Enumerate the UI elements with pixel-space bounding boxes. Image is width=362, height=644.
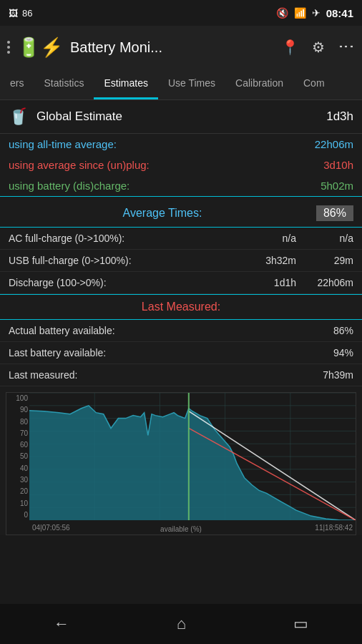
- ac-full-charge-val2: n/a: [310, 233, 353, 244]
- last-battery-label: Last battery available:: [9, 347, 333, 358]
- menu-icon[interactable]: [7, 41, 10, 54]
- last-battery-row: Last battery available: 94%: [0, 342, 362, 364]
- last-battery-value: 94%: [333, 347, 353, 358]
- status-number: 86: [22, 8, 32, 19]
- app-bar-actions: 📍 ⚙ ⋮: [281, 38, 355, 57]
- battery-can-icon: 🥤: [9, 107, 28, 126]
- settings-icon[interactable]: ⚙: [312, 39, 325, 56]
- using-all-time-label: using all-time average:: [9, 138, 315, 150]
- usb-full-charge-val1: 3h32m: [246, 255, 296, 266]
- actual-battery-value: 86%: [333, 325, 353, 336]
- global-estimate-row: 🥤 Global Estimate 1d3h: [0, 100, 362, 134]
- more-icon[interactable]: ⋮: [337, 39, 356, 56]
- usb-full-charge-row: USB full-charge (0->100%): 3h32m 29m: [0, 250, 362, 272]
- average-times-value: 86%: [316, 205, 353, 221]
- tab-statistics[interactable]: Statistics: [34, 69, 94, 99]
- y-label-90: 90: [8, 406, 28, 414]
- y-label-20: 20: [8, 487, 28, 495]
- screenshot-icon: 🖼: [9, 8, 18, 19]
- actual-battery-row: Actual battery available: 86%: [0, 320, 362, 342]
- bottom-nav: ← ⌂ ▭: [0, 604, 362, 644]
- chart-y-axis: 100 90 80 70 60 50 40 30 20 10 0: [6, 393, 29, 520]
- y-label-40: 40: [8, 464, 28, 472]
- wifi-icon: 📶: [294, 7, 306, 19]
- main-content: 🥤 Global Estimate 1d3h using all-time av…: [0, 100, 362, 535]
- using-discharge-label: using battery (dis)charge:: [9, 180, 321, 192]
- global-estimate-label: Global Estimate: [36, 109, 326, 124]
- average-times-title: Average Times:: [9, 207, 316, 220]
- mute-icon: 🔇: [276, 7, 288, 19]
- using-all-time-value: 22h06m: [315, 138, 353, 150]
- back-button[interactable]: ←: [54, 615, 69, 633]
- chart-svg-area: [29, 393, 356, 520]
- y-label-30: 30: [8, 476, 28, 484]
- y-label-70: 70: [8, 429, 28, 437]
- using-average-since-value: 3d10h: [323, 159, 353, 171]
- discharge-val2: 22h06m: [310, 277, 353, 288]
- tab-filters[interactable]: ers: [0, 69, 34, 99]
- last-measured-title: Last Measured:: [142, 301, 220, 313]
- airplane-icon: ✈: [312, 7, 321, 19]
- last-measured-label: Last measured:: [9, 369, 323, 381]
- using-discharge-row: using battery (dis)charge: 5h02m: [0, 175, 362, 196]
- global-estimate-value: 1d3h: [326, 109, 353, 124]
- actual-battery-label: Actual battery available:: [9, 325, 333, 336]
- average-times-header: Average Times: 86%: [0, 200, 362, 227]
- chart-x-center: available (%): [160, 525, 202, 533]
- using-discharge-value: 5h02m: [321, 180, 353, 192]
- ac-full-charge-val1: n/a: [246, 233, 296, 244]
- status-bar: 🖼 86 🔇 📶 ✈ 08:41: [0, 0, 362, 26]
- status-left: 🖼 86: [9, 8, 32, 19]
- tab-calibration[interactable]: Calibration: [225, 69, 293, 99]
- tab-bar: ers Statistics Estimates Use Times Calib…: [0, 69, 362, 100]
- using-average-since-row: using average since (un)plug: 3d10h: [0, 155, 362, 175]
- tab-estimates[interactable]: Estimates: [94, 69, 157, 99]
- chart-x-right: 11|18:58:42: [315, 524, 353, 532]
- divider-1: [0, 196, 362, 197]
- y-label-10: 10: [8, 499, 28, 507]
- status-time: 08:41: [326, 7, 353, 19]
- ac-full-charge-row: AC full-charge (0->100%): n/a n/a: [0, 228, 362, 250]
- discharge-label: Discharge (100->0%):: [9, 277, 246, 288]
- app-bar: 🔋⚡ Battery Moni... 📍 ⚙ ⋮: [0, 26, 362, 69]
- y-label-80: 80: [8, 418, 28, 426]
- discharge-val1: 1d1h: [246, 277, 296, 288]
- chart-svg: [29, 393, 356, 520]
- using-average-since-label: using average since (un)plug:: [9, 159, 323, 171]
- status-right: 🔇 📶 ✈ 08:41: [276, 7, 353, 19]
- tab-use-times[interactable]: Use Times: [158, 69, 225, 99]
- battery-chart: 100 90 80 70 60 50 40 30 20 10 0: [6, 392, 356, 535]
- usb-full-charge-val2: 29m: [310, 255, 353, 266]
- last-measured-header: Last Measured:: [0, 295, 362, 319]
- last-measured-row: Last measured: 7h39m: [0, 364, 362, 386]
- last-measured-value: 7h39m: [323, 369, 353, 381]
- y-label-100: 100: [8, 394, 28, 402]
- location-icon[interactable]: 📍: [281, 39, 299, 56]
- using-all-time-row: using all-time average: 22h06m: [0, 134, 362, 155]
- usb-full-charge-label: USB full-charge (0->100%):: [9, 255, 246, 266]
- y-label-50: 50: [8, 452, 28, 460]
- discharge-row: Discharge (100->0%): 1d1h 22h06m: [0, 272, 362, 294]
- chart-x-left: 04|07:05:56: [32, 524, 70, 532]
- tab-com[interactable]: Com: [293, 69, 335, 99]
- svg-marker-14: [29, 406, 356, 520]
- y-label-0: 0: [8, 511, 28, 519]
- battery-app-icon: 🔋⚡: [17, 38, 63, 57]
- ac-full-charge-label: AC full-charge (0->100%):: [9, 233, 246, 244]
- recent-button[interactable]: ▭: [293, 615, 308, 633]
- app-title: Battery Moni...: [70, 39, 274, 56]
- y-label-60: 60: [8, 441, 28, 449]
- home-button[interactable]: ⌂: [177, 615, 186, 633]
